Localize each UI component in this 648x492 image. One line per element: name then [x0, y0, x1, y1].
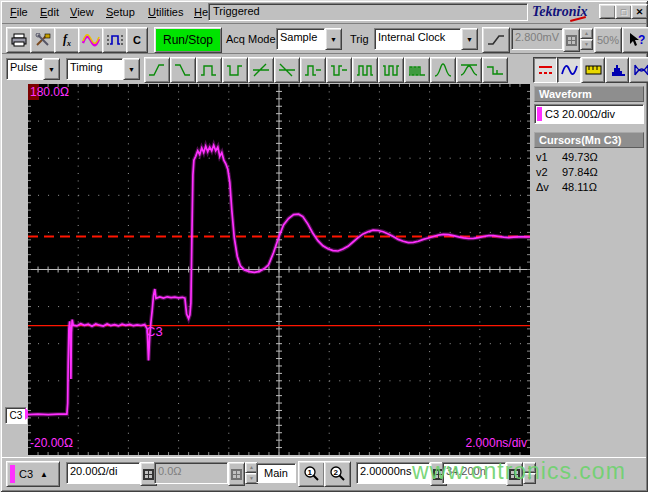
waveform-database-button[interactable] — [78, 27, 104, 53]
maximize-icon: □ — [621, 7, 626, 17]
minimize-button[interactable]: _ — [599, 4, 616, 19]
magnifier-1-icon: 1 — [303, 466, 320, 482]
clear-data-button[interactable]: C — [126, 27, 148, 53]
title-menu-bar: File Edit View Setup Utilities Help Trig… — [2, 2, 646, 22]
minimize-icon: _ — [605, 10, 610, 20]
measure-falling-slope-button[interactable] — [274, 57, 300, 83]
chevron-down-icon: ▼ — [466, 36, 473, 43]
measure-group-select[interactable]: Timing ▼ — [66, 58, 140, 80]
menu-utilities[interactable]: Utilities — [148, 6, 183, 18]
measure-negative-pulse-button[interactable] — [326, 57, 352, 83]
waveform-trace-entry[interactable]: C3 20.00Ω/div — [534, 104, 644, 124]
eye-diagram-view-button[interactable] — [629, 57, 648, 83]
negative-width-icon — [226, 62, 244, 78]
measure-fall-time-button[interactable] — [170, 57, 196, 83]
measure-settling-time-button[interactable] — [482, 57, 508, 83]
acq-mode-select[interactable]: Sample ▼ — [276, 28, 342, 50]
vertical-offset-keypad-button[interactable] — [228, 462, 245, 486]
svg-text:2: 2 — [334, 468, 339, 477]
falling-slope-icon — [278, 62, 296, 78]
display-area: C3 C3 180.0Ω -20.00Ω 2.000ns/div Wavefor… — [2, 84, 646, 456]
measure-burst-width-button[interactable] — [404, 57, 430, 83]
vertical-offset-group: 0.0Ω ▲▼ — [154, 462, 258, 486]
chevron-down-icon-3[interactable]: ▼ — [43, 58, 60, 80]
close-icon: ✕ — [636, 7, 644, 17]
clear-data-label: C — [133, 34, 141, 46]
chevron-down-icon: ▼ — [128, 66, 135, 73]
measure-positive-width-button[interactable] — [196, 57, 222, 83]
measure-class-select[interactable]: Pulse ▼ — [6, 58, 60, 80]
fall-time-icon — [174, 62, 192, 78]
trace-color-swatch — [537, 107, 542, 121]
zoom-mag2-button[interactable]: 2 — [324, 461, 351, 487]
vertical-offset-field[interactable]: 0.0Ω — [154, 462, 228, 484]
cursor-readout-dv: Δv 48.11Ω — [530, 178, 646, 193]
utility-tools-button[interactable] — [30, 27, 56, 53]
readout-label: Δv — [536, 181, 562, 193]
measure-negative-width-button[interactable] — [222, 57, 248, 83]
vertical-scale-field[interactable]: 20.00Ω/di — [66, 462, 140, 484]
trig-level-field[interactable]: 2.800mV — [511, 28, 563, 50]
view-button-group — [533, 57, 648, 83]
histogram-view-button[interactable] — [605, 57, 629, 83]
divider — [2, 23, 646, 24]
chevron-down-icon-4[interactable]: ▼ — [123, 58, 140, 80]
context-help-button[interactable]: ? — [622, 27, 648, 53]
spin-down-icon[interactable]: ▼ — [580, 39, 593, 50]
channel-select-button[interactable]: C3 ▲ — [6, 461, 60, 487]
trig-source-select[interactable]: Internal Clock ▼ — [374, 28, 478, 50]
printer-icon — [11, 33, 27, 47]
maximize-button[interactable]: □ — [615, 4, 632, 19]
trig-slope-button[interactable] — [482, 27, 510, 53]
fx-icon: fx — [63, 32, 71, 48]
acq-mode-dropdown-button[interactable]: ▼ — [325, 28, 342, 50]
measure-negative-peak-button[interactable] — [456, 57, 482, 83]
measure-rising-slope-button[interactable] — [248, 57, 274, 83]
color-wave-icon — [82, 33, 100, 47]
trigger-status-text: Triggered — [213, 5, 260, 17]
annotations-view-button[interactable] — [581, 57, 605, 83]
measure-positive-pulse-button[interactable] — [300, 57, 326, 83]
trigger-status-field: Triggered — [208, 3, 528, 21]
pulse-source-button[interactable] — [102, 27, 128, 53]
close-button[interactable]: ✕ — [631, 4, 648, 19]
menu-view[interactable]: View — [70, 6, 94, 18]
cursors-view-button[interactable] — [533, 57, 557, 83]
measure-positive-peak-button[interactable] — [430, 57, 456, 83]
waveform-view-view-button[interactable] — [557, 57, 581, 83]
menu-setup[interactable]: Setup — [106, 6, 135, 18]
measure-rise-time-button[interactable] — [144, 57, 170, 83]
oscilloscope-window: { "window": { "menu": ["File","Edit","Vi… — [0, 0, 648, 492]
cursor-readout-v2: v2 97.84Ω — [530, 163, 646, 178]
period-icon — [356, 62, 374, 78]
set-50pct-button[interactable]: 50% — [594, 27, 622, 53]
readout-label: v1 — [536, 151, 562, 163]
trig-source-value: Internal Clock — [374, 28, 461, 50]
trig-level-stepper[interactable]: ▲▼ — [580, 28, 593, 50]
math-fx-button[interactable]: fx — [54, 27, 80, 53]
measure-duty-cycle-button[interactable] — [378, 57, 404, 83]
timebase-view-select[interactable]: Main — [256, 463, 296, 483]
readout-value: 49.73Ω — [562, 151, 598, 163]
keypad-icon — [231, 469, 242, 480]
readout-value: 97.84Ω — [562, 166, 598, 178]
timebase-label: 2.000ns/div — [466, 436, 527, 450]
chevron-down-icon-2[interactable]: ▼ — [461, 28, 478, 50]
help-pointer-icon: ? — [627, 32, 645, 48]
measure-class-value: Pulse — [6, 58, 43, 80]
measure-period-button[interactable] — [352, 57, 378, 83]
watermark: www.cntronics.com — [412, 458, 626, 485]
channel-marker-c3[interactable]: C3 — [5, 407, 27, 424]
run-stop-button[interactable]: Run/Stop — [154, 27, 222, 53]
magnifier-2-icon: 2 — [329, 466, 346, 482]
triangle-up-icon: ▲ — [40, 470, 48, 479]
waveform-panel-header: Waveform — [534, 86, 644, 102]
cursor-readout-v1: v1 49.73Ω — [530, 148, 646, 163]
menu-file[interactable]: File — [10, 6, 28, 18]
print-button[interactable] — [6, 27, 32, 53]
menu-edit[interactable]: Edit — [40, 6, 59, 18]
graticule[interactable]: C3 180.0Ω -20.00Ω 2.000ns/div — [28, 84, 530, 455]
spin-up-icon[interactable]: ▲ — [580, 28, 593, 39]
keypad-button[interactable] — [563, 28, 580, 52]
zoom-mag1-button[interactable]: 1 — [298, 461, 325, 487]
